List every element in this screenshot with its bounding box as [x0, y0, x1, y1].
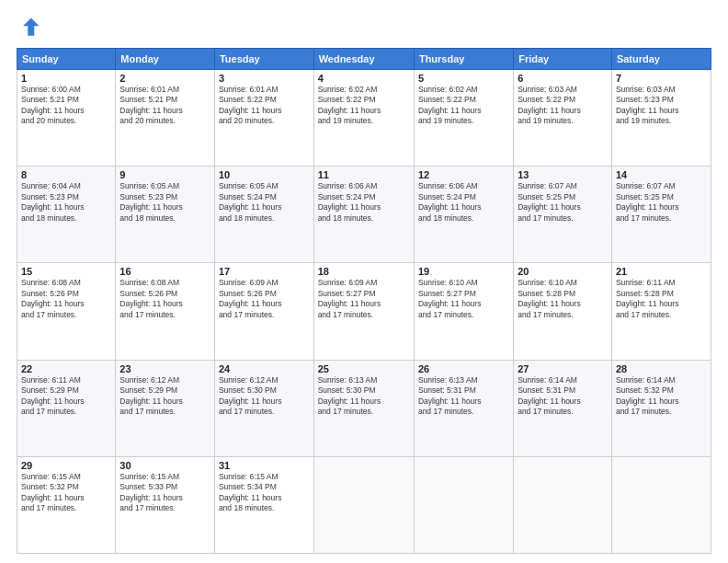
day-info: Sunrise: 6:06 AM Sunset: 5:24 PM Dayligh… [318, 181, 410, 224]
calendar-cell: 27Sunrise: 6:14 AM Sunset: 5:31 PM Dayli… [514, 360, 612, 456]
day-info: Sunrise: 6:10 AM Sunset: 5:27 PM Dayligh… [418, 278, 509, 320]
day-info: Sunrise: 6:08 AM Sunset: 5:26 PM Dayligh… [119, 278, 210, 320]
calendar-cell: 25Sunrise: 6:13 AM Sunset: 5:30 PM Dayli… [313, 360, 414, 456]
day-number: 13 [518, 169, 608, 180]
calendar-cell: 30Sunrise: 6:15 AM Sunset: 5:33 PM Dayli… [116, 456, 215, 553]
weekday-header-sunday: Sunday [17, 49, 116, 70]
calendar-cell: 23Sunrise: 6:12 AM Sunset: 5:29 PM Dayli… [116, 360, 215, 456]
svg-marker-0 [23, 18, 40, 36]
day-number: 23 [119, 363, 210, 374]
calendar-cell: 29Sunrise: 6:15 AM Sunset: 5:32 PM Dayli… [17, 456, 116, 553]
calendar-cell: 24Sunrise: 6:12 AM Sunset: 5:30 PM Dayli… [214, 360, 313, 456]
calendar-cell: 28Sunrise: 6:14 AM Sunset: 5:32 PM Dayli… [611, 360, 711, 456]
day-info: Sunrise: 6:02 AM Sunset: 5:22 PM Dayligh… [418, 85, 509, 127]
day-info: Sunrise: 6:01 AM Sunset: 5:21 PM Dayligh… [119, 85, 210, 127]
day-number: 17 [219, 266, 310, 277]
day-number: 29 [21, 460, 111, 471]
calendar-cell: 17Sunrise: 6:09 AM Sunset: 5:26 PM Dayli… [214, 263, 313, 360]
weekday-header-thursday: Thursday [414, 49, 513, 70]
day-number: 21 [616, 266, 707, 277]
day-number: 30 [119, 460, 210, 471]
day-info: Sunrise: 6:09 AM Sunset: 5:26 PM Dayligh… [219, 278, 310, 320]
day-info: Sunrise: 6:03 AM Sunset: 5:22 PM Dayligh… [518, 85, 608, 127]
day-info: Sunrise: 6:12 AM Sunset: 5:29 PM Dayligh… [119, 375, 210, 418]
day-number: 18 [318, 266, 410, 277]
logo-icon [17, 15, 42, 40]
week-row-2: 8Sunrise: 6:04 AM Sunset: 5:23 PM Daylig… [17, 167, 711, 263]
calendar-cell: 1Sunrise: 6:00 AM Sunset: 5:21 PM Daylig… [17, 70, 116, 167]
weekday-header-wednesday: Wednesday [313, 49, 414, 70]
calendar-cell: 21Sunrise: 6:11 AM Sunset: 5:28 PM Dayli… [611, 263, 711, 360]
day-info: Sunrise: 6:15 AM Sunset: 5:33 PM Dayligh… [119, 472, 210, 514]
calendar-cell [514, 456, 612, 553]
week-row-1: 1Sunrise: 6:00 AM Sunset: 5:21 PM Daylig… [17, 70, 711, 167]
day-number: 8 [21, 169, 111, 180]
day-number: 7 [616, 73, 707, 84]
day-info: Sunrise: 6:10 AM Sunset: 5:28 PM Dayligh… [518, 278, 608, 320]
calendar-cell: 4Sunrise: 6:02 AM Sunset: 5:22 PM Daylig… [313, 70, 414, 167]
week-row-4: 22Sunrise: 6:11 AM Sunset: 5:29 PM Dayli… [17, 360, 711, 456]
day-info: Sunrise: 6:14 AM Sunset: 5:31 PM Dayligh… [518, 375, 608, 418]
day-number: 10 [219, 169, 310, 180]
day-info: Sunrise: 6:04 AM Sunset: 5:23 PM Dayligh… [21, 181, 111, 224]
day-info: Sunrise: 6:14 AM Sunset: 5:32 PM Dayligh… [616, 375, 707, 418]
day-info: Sunrise: 6:08 AM Sunset: 5:26 PM Dayligh… [21, 278, 111, 320]
calendar-cell: 31Sunrise: 6:15 AM Sunset: 5:34 PM Dayli… [214, 456, 313, 553]
calendar-cell: 11Sunrise: 6:06 AM Sunset: 5:24 PM Dayli… [313, 167, 414, 263]
day-number: 12 [418, 169, 509, 180]
day-number: 15 [21, 266, 111, 277]
weekday-header-monday: Monday [116, 49, 215, 70]
calendar-cell: 16Sunrise: 6:08 AM Sunset: 5:26 PM Dayli… [116, 263, 215, 360]
day-info: Sunrise: 6:15 AM Sunset: 5:32 PM Dayligh… [21, 472, 111, 514]
weekday-header-row: SundayMondayTuesdayWednesdayThursdayFrid… [17, 49, 711, 70]
day-info: Sunrise: 6:07 AM Sunset: 5:25 PM Dayligh… [616, 181, 707, 224]
day-number: 9 [119, 169, 210, 180]
day-number: 26 [418, 363, 509, 374]
calendar-cell: 22Sunrise: 6:11 AM Sunset: 5:29 PM Dayli… [17, 360, 116, 456]
logo [17, 15, 46, 40]
day-number: 6 [518, 73, 608, 84]
weekday-header-tuesday: Tuesday [214, 49, 313, 70]
day-number: 22 [21, 363, 111, 374]
calendar-cell: 18Sunrise: 6:09 AM Sunset: 5:27 PM Dayli… [313, 263, 414, 360]
weekday-header-friday: Friday [514, 49, 612, 70]
day-number: 11 [318, 169, 410, 180]
day-number: 14 [616, 169, 707, 180]
calendar-cell [611, 456, 711, 553]
week-row-5: 29Sunrise: 6:15 AM Sunset: 5:32 PM Dayli… [17, 456, 711, 553]
weekday-header-saturday: Saturday [611, 49, 711, 70]
calendar-cell [313, 456, 414, 553]
day-number: 24 [219, 363, 310, 374]
day-info: Sunrise: 6:12 AM Sunset: 5:30 PM Dayligh… [219, 375, 310, 418]
day-info: Sunrise: 6:11 AM Sunset: 5:28 PM Dayligh… [616, 278, 707, 320]
calendar-cell: 9Sunrise: 6:05 AM Sunset: 5:23 PM Daylig… [116, 167, 215, 263]
day-info: Sunrise: 6:05 AM Sunset: 5:23 PM Dayligh… [119, 181, 210, 224]
day-info: Sunrise: 6:01 AM Sunset: 5:22 PM Dayligh… [219, 85, 310, 127]
calendar-cell: 12Sunrise: 6:06 AM Sunset: 5:24 PM Dayli… [414, 167, 513, 263]
day-number: 1 [21, 73, 111, 84]
day-number: 27 [518, 363, 608, 374]
day-number: 19 [418, 266, 509, 277]
day-number: 31 [219, 460, 310, 471]
calendar-cell: 5Sunrise: 6:02 AM Sunset: 5:22 PM Daylig… [414, 70, 513, 167]
day-info: Sunrise: 6:09 AM Sunset: 5:27 PM Dayligh… [318, 278, 410, 320]
day-info: Sunrise: 6:07 AM Sunset: 5:25 PM Dayligh… [518, 181, 608, 224]
day-info: Sunrise: 6:13 AM Sunset: 5:31 PM Dayligh… [418, 375, 509, 418]
calendar-cell: 6Sunrise: 6:03 AM Sunset: 5:22 PM Daylig… [514, 70, 612, 167]
day-info: Sunrise: 6:06 AM Sunset: 5:24 PM Dayligh… [418, 181, 509, 224]
calendar-table: SundayMondayTuesdayWednesdayThursdayFrid… [17, 48, 711, 554]
day-info: Sunrise: 6:11 AM Sunset: 5:29 PM Dayligh… [21, 375, 111, 418]
day-number: 4 [318, 73, 410, 84]
day-info: Sunrise: 6:15 AM Sunset: 5:34 PM Dayligh… [219, 472, 310, 514]
calendar-cell: 8Sunrise: 6:04 AM Sunset: 5:23 PM Daylig… [17, 167, 116, 263]
calendar-cell: 14Sunrise: 6:07 AM Sunset: 5:25 PM Dayli… [611, 167, 711, 263]
day-info: Sunrise: 6:00 AM Sunset: 5:21 PM Dayligh… [21, 85, 111, 127]
day-number: 20 [518, 266, 608, 277]
day-number: 28 [616, 363, 707, 374]
day-number: 5 [418, 73, 509, 84]
day-number: 25 [318, 363, 410, 374]
week-row-3: 15Sunrise: 6:08 AM Sunset: 5:26 PM Dayli… [17, 263, 711, 360]
calendar-cell: 3Sunrise: 6:01 AM Sunset: 5:22 PM Daylig… [214, 70, 313, 167]
header [17, 15, 711, 40]
day-number: 16 [119, 266, 210, 277]
